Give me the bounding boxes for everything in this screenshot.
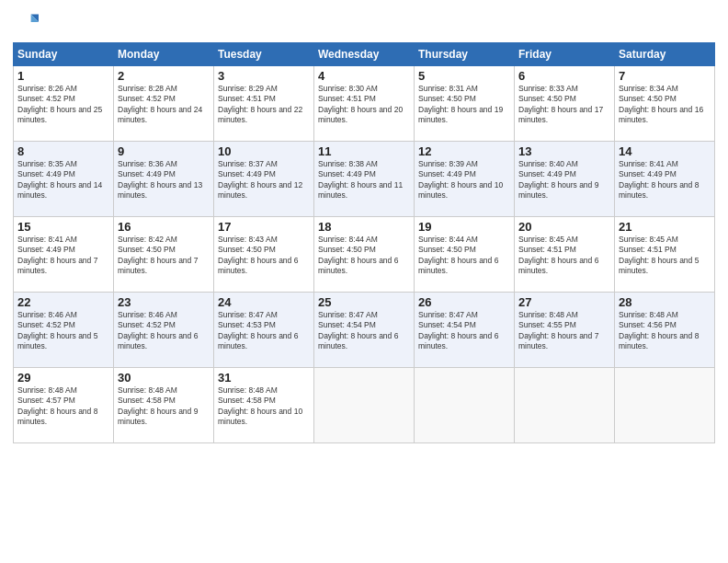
day-number: 20 [518,220,610,234]
cell-info: Sunrise: 8:46 AM Sunset: 4:52 PM Dayligh… [118,310,210,352]
cell-info: Sunrise: 8:48 AM Sunset: 4:56 PM Dayligh… [619,310,711,352]
weekday-header-saturday: Saturday [615,43,715,66]
calendar-cell: 5Sunrise: 8:31 AM Sunset: 4:50 PM Daylig… [415,66,515,142]
cell-info: Sunrise: 8:47 AM Sunset: 4:53 PM Dayligh… [218,310,310,352]
calendar-week-1: 1Sunrise: 8:26 AM Sunset: 4:52 PM Daylig… [14,66,715,142]
calendar-cell: 27Sunrise: 8:48 AM Sunset: 4:55 PM Dayli… [515,293,615,368]
cell-info: Sunrise: 8:42 AM Sunset: 4:50 PM Dayligh… [118,235,210,277]
calendar-cell: 2Sunrise: 8:28 AM Sunset: 4:52 PM Daylig… [114,66,214,142]
cell-info: Sunrise: 8:38 AM Sunset: 4:49 PM Dayligh… [318,159,410,201]
calendar-cell: 13Sunrise: 8:40 AM Sunset: 4:49 PM Dayli… [515,142,615,217]
day-number: 1 [17,69,109,83]
cell-info: Sunrise: 8:31 AM Sunset: 4:50 PM Dayligh… [418,84,510,126]
logo-icon [13,9,39,35]
calendar-week-3: 15Sunrise: 8:41 AM Sunset: 4:49 PM Dayli… [14,217,715,293]
logo [13,9,42,35]
day-number: 31 [218,371,310,385]
cell-info: Sunrise: 8:33 AM Sunset: 4:50 PM Dayligh… [518,84,610,126]
day-number: 30 [118,371,210,385]
day-number: 11 [318,144,410,158]
cell-info: Sunrise: 8:35 AM Sunset: 4:49 PM Dayligh… [17,159,109,201]
cell-info: Sunrise: 8:28 AM Sunset: 4:52 PM Dayligh… [118,84,210,126]
calendar-cell: 28Sunrise: 8:48 AM Sunset: 4:56 PM Dayli… [615,293,715,368]
cell-info: Sunrise: 8:48 AM Sunset: 4:55 PM Dayligh… [518,310,610,352]
day-number: 18 [318,220,410,234]
calendar-header-row: SundayMondayTuesdayWednesdayThursdayFrid… [14,43,715,66]
day-number: 14 [619,144,711,158]
calendar-cell: 6Sunrise: 8:33 AM Sunset: 4:50 PM Daylig… [515,66,615,142]
day-number: 24 [218,295,310,309]
day-number: 2 [118,69,210,83]
calendar-cell: 11Sunrise: 8:38 AM Sunset: 4:49 PM Dayli… [314,142,415,217]
calendar-cell: 12Sunrise: 8:39 AM Sunset: 4:49 PM Dayli… [415,142,515,217]
cell-info: Sunrise: 8:43 AM Sunset: 4:50 PM Dayligh… [218,235,310,277]
day-number: 4 [318,69,410,83]
day-number: 15 [17,220,109,234]
cell-info: Sunrise: 8:26 AM Sunset: 4:52 PM Dayligh… [17,84,109,126]
weekday-header-thursday: Thursday [415,43,515,66]
cell-info: Sunrise: 8:45 AM Sunset: 4:51 PM Dayligh… [518,235,610,277]
calendar-cell: 31Sunrise: 8:48 AM Sunset: 4:58 PM Dayli… [214,368,314,443]
calendar-cell: 19Sunrise: 8:44 AM Sunset: 4:50 PM Dayli… [415,217,515,293]
day-number: 22 [17,295,109,309]
calendar-cell: 7Sunrise: 8:34 AM Sunset: 4:50 PM Daylig… [615,66,715,142]
calendar-cell: 16Sunrise: 8:42 AM Sunset: 4:50 PM Dayli… [114,217,214,293]
day-number: 7 [619,69,711,83]
calendar-cell: 17Sunrise: 8:43 AM Sunset: 4:50 PM Dayli… [214,217,314,293]
day-number: 28 [619,295,711,309]
calendar-week-2: 8Sunrise: 8:35 AM Sunset: 4:49 PM Daylig… [14,142,715,217]
day-number: 25 [318,295,410,309]
calendar-cell [314,368,415,443]
cell-info: Sunrise: 8:41 AM Sunset: 4:49 PM Dayligh… [17,235,109,277]
calendar-cell: 30Sunrise: 8:48 AM Sunset: 4:58 PM Dayli… [114,368,214,443]
day-number: 23 [118,295,210,309]
calendar-week-4: 22Sunrise: 8:46 AM Sunset: 4:52 PM Dayli… [14,293,715,368]
cell-info: Sunrise: 8:46 AM Sunset: 4:52 PM Dayligh… [17,310,109,352]
calendar-cell: 21Sunrise: 8:45 AM Sunset: 4:51 PM Dayli… [615,217,715,293]
day-number: 26 [418,295,510,309]
calendar-cell: 9Sunrise: 8:36 AM Sunset: 4:49 PM Daylig… [114,142,214,217]
cell-info: Sunrise: 8:37 AM Sunset: 4:49 PM Dayligh… [218,159,310,201]
day-number: 13 [518,144,610,158]
calendar-cell: 18Sunrise: 8:44 AM Sunset: 4:50 PM Dayli… [314,217,415,293]
calendar-cell [415,368,515,443]
day-number: 8 [17,144,109,158]
cell-info: Sunrise: 8:40 AM Sunset: 4:49 PM Dayligh… [518,159,610,201]
day-number: 5 [418,69,510,83]
calendar-cell: 29Sunrise: 8:48 AM Sunset: 4:57 PM Dayli… [14,368,114,443]
weekday-header-sunday: Sunday [14,43,114,66]
calendar-cell: 24Sunrise: 8:47 AM Sunset: 4:53 PM Dayli… [214,293,314,368]
day-number: 9 [118,144,210,158]
cell-info: Sunrise: 8:44 AM Sunset: 4:50 PM Dayligh… [318,235,410,277]
day-number: 16 [118,220,210,234]
calendar-cell: 20Sunrise: 8:45 AM Sunset: 4:51 PM Dayli… [515,217,615,293]
calendar-cell: 15Sunrise: 8:41 AM Sunset: 4:49 PM Dayli… [14,217,114,293]
calendar-cell: 23Sunrise: 8:46 AM Sunset: 4:52 PM Dayli… [114,293,214,368]
cell-info: Sunrise: 8:39 AM Sunset: 4:49 PM Dayligh… [418,159,510,201]
page-header [13,9,715,35]
day-number: 3 [218,69,310,83]
weekday-header-tuesday: Tuesday [214,43,314,66]
cell-info: Sunrise: 8:30 AM Sunset: 4:51 PM Dayligh… [318,84,410,126]
cell-info: Sunrise: 8:48 AM Sunset: 4:58 PM Dayligh… [218,385,310,428]
cell-info: Sunrise: 8:45 AM Sunset: 4:51 PM Dayligh… [619,235,711,277]
day-number: 10 [218,144,310,158]
day-number: 17 [218,220,310,234]
calendar-week-5: 29Sunrise: 8:48 AM Sunset: 4:57 PM Dayli… [14,368,715,443]
calendar-cell: 10Sunrise: 8:37 AM Sunset: 4:49 PM Dayli… [214,142,314,217]
weekday-header-monday: Monday [114,43,214,66]
day-number: 27 [518,295,610,309]
calendar-cell: 25Sunrise: 8:47 AM Sunset: 4:54 PM Dayli… [314,293,415,368]
cell-info: Sunrise: 8:48 AM Sunset: 4:57 PM Dayligh… [17,385,109,428]
cell-info: Sunrise: 8:29 AM Sunset: 4:51 PM Dayligh… [218,84,310,126]
calendar-table: SundayMondayTuesdayWednesdayThursdayFrid… [13,42,715,443]
cell-info: Sunrise: 8:36 AM Sunset: 4:49 PM Dayligh… [118,159,210,201]
calendar-cell: 14Sunrise: 8:41 AM Sunset: 4:49 PM Dayli… [615,142,715,217]
day-number: 19 [418,220,510,234]
calendar-cell: 4Sunrise: 8:30 AM Sunset: 4:51 PM Daylig… [314,66,415,142]
cell-info: Sunrise: 8:48 AM Sunset: 4:58 PM Dayligh… [118,385,210,428]
day-number: 21 [619,220,711,234]
calendar-cell: 1Sunrise: 8:26 AM Sunset: 4:52 PM Daylig… [14,66,114,142]
calendar-cell: 22Sunrise: 8:46 AM Sunset: 4:52 PM Dayli… [14,293,114,368]
page-container: SundayMondayTuesdayWednesdayThursdayFrid… [0,0,728,451]
